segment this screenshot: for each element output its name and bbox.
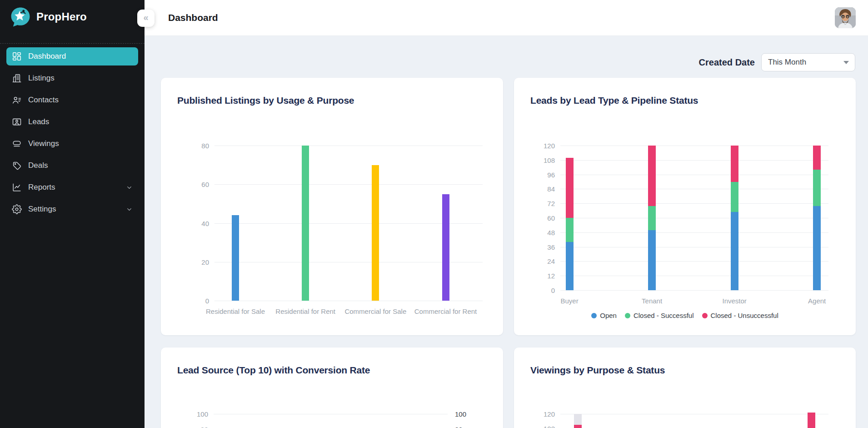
sidebar-item-listings[interactable]: Listings <box>6 69 138 87</box>
bar-segment-agent[interactable] <box>813 206 821 291</box>
leads-icon <box>12 117 22 127</box>
prophero-logo-icon <box>10 6 31 27</box>
dashboard-icon <box>12 51 22 61</box>
bar-segment-buyer[interactable] <box>566 242 574 290</box>
bar-segment-residential-for-rent[interactable] <box>302 146 309 301</box>
created-date-select[interactable]: This Month <box>761 53 855 71</box>
x-axis-label: Residential for Rent <box>275 307 335 315</box>
bar-segment-investor[interactable] <box>731 146 738 182</box>
bar-segment[interactable] <box>808 413 815 428</box>
avatar[interactable] <box>835 7 856 28</box>
legend-item[interactable]: Closed - Successful <box>625 312 694 319</box>
caret-down-icon <box>843 61 849 64</box>
contacts-icon <box>12 95 22 105</box>
legend-label: Closed - Successful <box>634 312 694 319</box>
y-axis-label-right: 80 <box>455 426 463 428</box>
brand-logo[interactable]: PropHero <box>10 6 87 27</box>
y-axis-label: 72 <box>533 200 555 207</box>
sidebar-item-label: Reports <box>28 183 55 192</box>
bar-segment-residential-for-sale[interactable] <box>232 215 239 301</box>
reports-icon <box>12 182 22 192</box>
settings-icon <box>12 204 22 214</box>
x-axis-label: Commercial for Sale <box>344 307 406 315</box>
sidebar: PropHero Dashboard Listings <box>0 0 145 428</box>
gridline <box>560 189 828 189</box>
gridline <box>215 146 483 146</box>
top-header: Dashboard <box>145 0 868 36</box>
listings-icon <box>12 73 22 83</box>
sidebar-item-label: Dashboard <box>28 52 66 61</box>
y-axis-label-right: 100 <box>455 410 466 418</box>
brand-name: PropHero <box>36 10 87 23</box>
bar-segment[interactable] <box>574 414 582 425</box>
y-axis-label: 40 <box>187 219 209 227</box>
y-axis-label: 120 <box>533 410 555 418</box>
gridline <box>215 301 483 301</box>
bar-segment-tenant[interactable] <box>648 146 656 206</box>
bar-segment-investor[interactable] <box>731 182 738 212</box>
sidebar-item-label: Deals <box>28 161 48 170</box>
x-axis-label: Buyer <box>560 297 578 305</box>
sidebar-item-contacts[interactable]: Contacts <box>6 91 138 109</box>
y-axis-label: 80 <box>187 142 209 150</box>
y-axis-label: 96 <box>533 171 555 178</box>
y-axis-label: 84 <box>533 185 555 193</box>
legend-item[interactable]: Open <box>591 312 617 319</box>
chart-title: Published Listings by Usage & Purpose <box>177 95 354 106</box>
legend-label: Open <box>600 312 617 319</box>
sidebar-collapse-button[interactable]: « <box>137 10 155 27</box>
bar-segment-agent[interactable] <box>813 170 821 206</box>
card-leads-pipeline: Leads by Lead Type & Pipeline Status 012… <box>514 78 856 335</box>
y-axis-label: 108 <box>533 425 555 428</box>
gridline <box>560 203 828 204</box>
gridline <box>560 175 828 175</box>
sidebar-item-label: Contacts <box>28 96 59 105</box>
legend-dot <box>591 313 597 318</box>
deals-icon <box>12 161 22 171</box>
gridline <box>560 247 828 247</box>
y-axis-label: 20 <box>187 258 209 266</box>
bar-segment-tenant[interactable] <box>648 230 656 291</box>
y-axis-label: 80 <box>186 426 208 428</box>
gridline <box>215 184 483 185</box>
bar-segment-investor[interactable] <box>731 212 738 290</box>
bar-segment-commercial-for-rent[interactable] <box>442 194 449 301</box>
sidebar-item-reports[interactable]: Reports <box>6 178 138 196</box>
chart-published-listings-plot: 020406080Residential for SaleResidential… <box>215 146 483 301</box>
sidebar-item-viewings[interactable]: Viewings <box>6 135 138 153</box>
sidebar-item-label: Settings <box>28 205 56 214</box>
gridline <box>560 160 828 161</box>
bar-segment[interactable] <box>574 425 582 428</box>
sidebar-nav: Dashboard Listings Contacts <box>6 47 138 222</box>
chart-viewings-plot: 120108 <box>560 414 828 428</box>
x-axis-label: Residential for Sale <box>206 307 265 315</box>
chevron-down-icon <box>126 184 133 191</box>
x-axis-label: Agent <box>808 297 826 305</box>
bar-segment-agent[interactable] <box>813 146 821 170</box>
bar-segment-tenant[interactable] <box>648 206 656 230</box>
y-axis-label: 0 <box>533 287 555 294</box>
created-date-label: Created Date <box>699 57 755 68</box>
sidebar-item-deals[interactable]: Deals <box>6 156 138 175</box>
gridline <box>560 276 828 276</box>
chevron-down-icon <box>126 206 133 213</box>
sidebar-item-leads[interactable]: Leads <box>6 113 138 131</box>
card-lead-source: Lead Source (Top 10) with Conversion Rat… <box>161 347 503 428</box>
x-axis-label: Tenant <box>642 297 662 305</box>
legend-item[interactable]: Closed - Unsuccessful <box>702 312 778 319</box>
gridline <box>560 146 828 146</box>
gridline <box>214 414 448 414</box>
bar-segment-commercial-for-sale[interactable] <box>372 165 379 301</box>
sidebar-item-settings[interactable]: Settings <box>6 200 138 218</box>
chart-title: Leads by Lead Type & Pipeline Status <box>530 95 698 106</box>
chart-title: Viewings by Purpose & Status <box>530 365 665 376</box>
sidebar-item-label: Listings <box>28 74 55 83</box>
bar-segment-buyer[interactable] <box>566 158 574 218</box>
created-date-select-value: This Month <box>768 58 806 67</box>
gridline <box>560 290 828 291</box>
collapse-chevrons-icon: « <box>143 12 148 23</box>
bar-segment-buyer[interactable] <box>566 218 574 242</box>
card-published-listings: Published Listings by Usage & Purpose 02… <box>161 78 503 335</box>
y-axis-label: 48 <box>533 228 555 236</box>
sidebar-item-dashboard[interactable]: Dashboard <box>6 47 138 65</box>
